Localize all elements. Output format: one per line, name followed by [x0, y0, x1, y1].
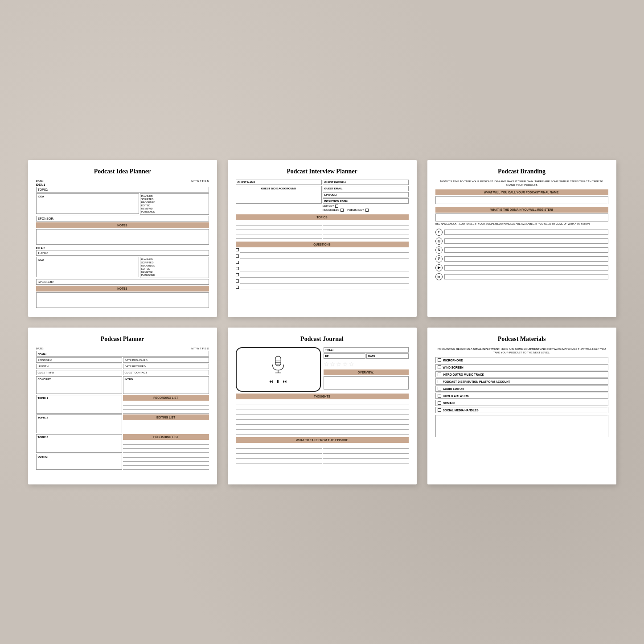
next-icon[interactable]: ⏭	[283, 379, 287, 384]
editing-list-col: EDITING LIST	[123, 414, 209, 433]
idea-label2: IDEA	[38, 258, 44, 261]
pinterest-field[interactable]	[444, 256, 608, 262]
cover-art-checkbox[interactable]	[438, 394, 441, 398]
sponsor-row1: SPONSOR:	[36, 216, 209, 222]
topic-line1	[236, 221, 322, 226]
wtt-line7	[323, 454, 409, 459]
published-checkbox[interactable]	[365, 209, 369, 212]
idea-label1: IDEA	[38, 195, 44, 198]
linkedin-field[interactable]	[444, 274, 608, 279]
music-track-checkbox[interactable]	[438, 373, 441, 376]
pub-line1	[123, 441, 209, 445]
facebook-field[interactable]	[444, 230, 608, 235]
windscreen-checkbox[interactable]	[438, 365, 441, 369]
rec-line3	[123, 410, 209, 414]
sponsor-row2: SPONSOR:	[36, 279, 209, 285]
topic2-editing-row: TOPIC 2 EDITING LIST	[36, 414, 209, 433]
q-chk7[interactable]	[236, 286, 239, 289]
mic-checkbox[interactable]	[438, 358, 441, 362]
q-chk6[interactable]	[236, 279, 239, 283]
social-handles-checkbox[interactable]	[438, 408, 441, 412]
topic-line4	[236, 234, 322, 239]
questions-list	[236, 248, 409, 290]
topics-col2	[323, 221, 409, 239]
domain-field[interactable]	[435, 213, 608, 222]
topic-label1: TOPIC:	[38, 188, 48, 191]
instagram-field[interactable]	[444, 238, 608, 244]
journal-page: Podcast Journal ⏮ ⏸ ⏭	[228, 328, 417, 484]
wtt-col2	[323, 444, 409, 464]
concept-label: CONCEPT	[38, 378, 120, 381]
name-label: NAME:	[38, 353, 47, 355]
q-row6	[236, 279, 409, 284]
episode-num-label: EPISODE #	[38, 359, 52, 361]
mic-label: MICROPHONE	[443, 359, 463, 362]
windscreen-label: WIND SCREEN	[443, 366, 464, 369]
checklist2-planned: PLANNED	[141, 258, 208, 261]
planner-date-label: DATE:	[36, 347, 44, 350]
topics-grid	[236, 221, 409, 239]
days-label: M T W T F S S	[191, 180, 209, 182]
topic-line3	[236, 230, 322, 234]
final-name-field[interactable]	[435, 196, 608, 204]
j-line7	[236, 430, 409, 435]
q-chk3[interactable]	[236, 261, 239, 264]
outro-label: OUTRO:	[38, 455, 120, 458]
recorded-pub-row: RECORDED? PUBLISHED?	[323, 209, 409, 213]
journal-title-row: TITLE:	[324, 347, 409, 353]
j-line1	[236, 400, 409, 405]
recording-list-header: RECORDING LIST	[123, 395, 209, 401]
linkedin-icon: in	[435, 273, 443, 280]
guest-name-label: GUEST NAME:	[236, 180, 258, 185]
checklist-reviewd: REVIEWD	[141, 207, 208, 210]
q-chk1[interactable]	[236, 248, 239, 251]
recorded-checkbox[interactable]	[340, 209, 344, 212]
topics-col1	[236, 221, 322, 239]
intro-box: INTRO:	[123, 376, 209, 394]
material-microphone: MICROPHONE	[435, 357, 608, 363]
topic-line6	[323, 226, 409, 230]
date-published-field: DATE PUBLISHED:	[123, 357, 209, 363]
wtt-line8	[323, 459, 409, 464]
ep-date-row: EP: DATE	[324, 353, 409, 360]
topic1-box: TOPIC 1	[36, 395, 122, 414]
domain-checkbox[interactable]	[438, 401, 441, 405]
q-chk4[interactable]	[236, 267, 239, 270]
podcast-planner-page: Podcast Planner DATE: M T W T F S S NAME…	[28, 328, 217, 484]
guest-name-row: GUEST NAME:	[236, 180, 322, 185]
wtt-line1	[236, 444, 322, 449]
q-chk5[interactable]	[236, 273, 239, 276]
checklist-scripted: SCRIPTED	[141, 198, 208, 201]
rating-stars: ☆☆☆☆☆	[324, 361, 409, 368]
q-row2	[236, 254, 409, 259]
prev-icon[interactable]: ⏮	[269, 379, 273, 384]
episode-field: EPISODE #	[36, 357, 122, 363]
distribution-checkbox[interactable]	[438, 380, 441, 383]
edited-label: EDITED?	[323, 205, 334, 207]
guest-email-label: GUEST EMAIL:	[323, 186, 345, 191]
j-line6	[236, 425, 409, 430]
q-row7	[236, 286, 409, 290]
branding-page: Podcast Branding NOW IT'S TIME TO TAKE Y…	[427, 160, 616, 317]
audio-editor-checkbox[interactable]	[438, 387, 441, 390]
social-row-youtube: ▶	[435, 264, 608, 271]
topic-line7	[323, 230, 409, 234]
guest-info-field: GUEST INFO	[36, 370, 122, 375]
twitter-field[interactable]	[444, 247, 608, 253]
youtube-field[interactable]	[444, 265, 608, 271]
outro-line4	[123, 466, 209, 470]
play-icon[interactable]: ⏸	[276, 379, 280, 384]
edited-row: EDITED?	[323, 205, 338, 208]
date-published-label: DATE PUBLISHED:	[125, 359, 148, 361]
checklist2-scripted: SCRIPTED	[141, 261, 208, 264]
edited-checkbox[interactable]	[335, 205, 338, 208]
ep-field: EP:	[324, 353, 366, 359]
checklist-published: PUBLISHED	[141, 210, 208, 213]
topic-row1: TOPIC:	[36, 187, 209, 193]
wtt-line4	[236, 459, 322, 464]
domain-mat-label: DOMAIN	[443, 402, 455, 405]
topic1-recording-row: TOPIC 1 RECORDING LIST	[36, 395, 209, 414]
q-chk2[interactable]	[236, 254, 239, 258]
materials-description: PODCASTING REQUIRES A SMALL INVESTMENT. …	[435, 347, 608, 355]
date-field: DATE	[366, 353, 409, 359]
